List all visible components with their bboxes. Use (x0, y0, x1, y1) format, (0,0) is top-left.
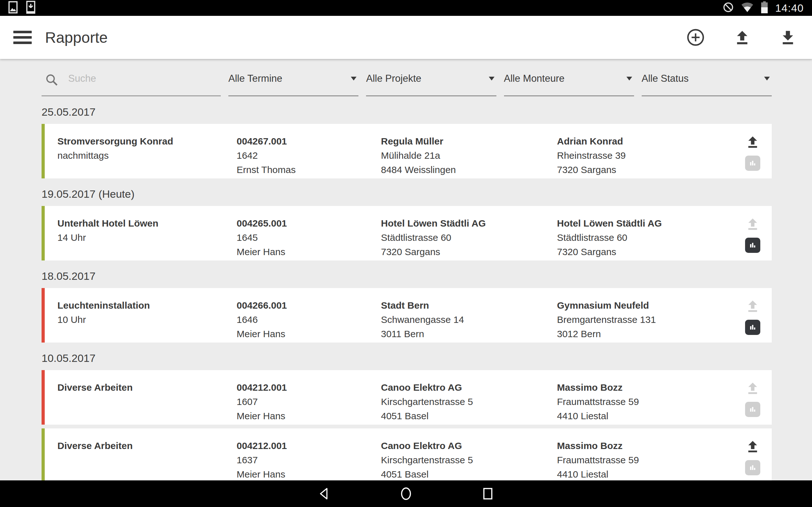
contact-name: Canoo Elektro AG (381, 439, 557, 453)
recents-button[interactable] (480, 487, 495, 501)
search-box[interactable] (42, 72, 221, 96)
upload-icon (746, 135, 760, 149)
clock: 14:40 (775, 2, 804, 14)
contact-city: 8484 Weisslingen (381, 163, 557, 177)
report-number: 1646 (237, 313, 381, 327)
upload-icon (746, 299, 760, 314)
back-button[interactable] (317, 487, 332, 501)
contact-name: Stadt Bern (381, 298, 557, 313)
object-street: Rheinstrasse 39 (557, 148, 736, 163)
chevron-down-icon (764, 77, 770, 80)
chevron-down-icon (489, 77, 495, 80)
date-section: 10.05.2017 Diverse Arbeiten 004212.001 1… (0, 352, 812, 483)
object-city: 4410 Liestal (557, 409, 736, 423)
technician-name: Meier Hans (237, 467, 381, 481)
object-name: Hotel Löwen Städtli AG (557, 216, 736, 230)
filter-termine-dropdown[interactable]: Alle Termine (229, 72, 358, 96)
filter-bar: Alle Termine Alle Projekte Alle Monteure… (0, 59, 812, 96)
bar-chart-icon (748, 463, 757, 472)
filter-projekte-dropdown[interactable]: Alle Projekte (366, 72, 496, 96)
object-city: 7320 Sargans (557, 245, 736, 259)
report-row[interactable]: Unterhalt Hotel Löwen 14 Uhr 004265.001 … (42, 206, 772, 261)
report-row[interactable]: Diverse Arbeiten 004212.001 1607 Meier H… (42, 370, 772, 425)
date-section: 25.05.2017 Stromversorgung Konrad nachmi… (0, 106, 812, 178)
object-street: Fraumattstrasse 59 (557, 453, 736, 467)
technician-name: Meier Hans (237, 327, 381, 341)
row-upload-button[interactable] (746, 439, 760, 455)
report-row[interactable]: Diverse Arbeiten 004212.001 1637 Meier H… (42, 429, 772, 483)
report-time: nachmittags (57, 148, 237, 163)
home-circle-icon (399, 487, 413, 501)
report-time: 14 Uhr (57, 230, 237, 245)
technician-name: Meier Hans (237, 245, 381, 259)
report-time: 10 Uhr (57, 313, 237, 327)
contact-street: Mülihalde 21a (381, 148, 557, 163)
search-input[interactable] (68, 72, 221, 84)
upload-button[interactable] (734, 29, 751, 46)
section-date: 18.05.2017 (42, 270, 772, 282)
wifi-icon (741, 2, 754, 14)
object-city: 4410 Liestal (557, 467, 736, 481)
plus-circle-icon (687, 28, 705, 47)
date-section: 19.05.2017 (Heute) Unterhalt Hotel Löwen… (0, 188, 812, 261)
project-number: 004266.001 (237, 298, 381, 313)
report-list-area: Alle Termine Alle Projekte Alle Monteure… (0, 59, 812, 507)
report-number: 1642 (237, 148, 381, 163)
hamburger-menu-icon[interactable] (13, 28, 32, 47)
row-status-chart-button[interactable] (745, 460, 760, 475)
technician-name: Ernst Thomas (237, 163, 381, 177)
report-row[interactable]: Stromversorgung Konrad nachmittags 00426… (42, 124, 772, 178)
row-upload-button[interactable] (746, 299, 760, 315)
status-bar: 14:40 (0, 0, 812, 16)
screenshot-icon (8, 1, 18, 15)
row-upload-button[interactable] (746, 135, 760, 151)
report-title: Stromversorgung Konrad (57, 134, 237, 148)
project-number: 004212.001 (237, 380, 381, 395)
report-title: Leuchteninstallation (57, 298, 237, 313)
project-number: 004265.001 (237, 216, 381, 230)
section-date: 10.05.2017 (42, 352, 772, 364)
filter-monteure-dropdown[interactable]: Alle Monteure (504, 72, 634, 96)
row-status-chart-button[interactable] (745, 320, 760, 335)
contact-name: Regula Müller (381, 134, 557, 148)
project-number: 004267.001 (237, 134, 381, 148)
row-status-chart-button[interactable] (745, 238, 760, 253)
contact-city: 4051 Basel (381, 467, 557, 481)
contact-street: Kirschgartenstrasse 5 (381, 453, 557, 467)
home-button[interactable] (399, 487, 413, 501)
report-number: 1645 (237, 230, 381, 245)
back-triangle-icon (317, 487, 332, 501)
object-city: 3012 Bern (557, 327, 736, 341)
contact-city: 4051 Basel (381, 409, 557, 423)
upload-icon (746, 381, 760, 395)
download-button[interactable] (780, 29, 796, 46)
project-number: 004212.001 (237, 439, 381, 453)
row-upload-button[interactable] (746, 381, 760, 397)
report-title: Diverse Arbeiten (57, 380, 237, 395)
bar-chart-icon (748, 159, 757, 168)
chevron-down-icon (626, 77, 632, 80)
section-date: 19.05.2017 (Heute) (42, 188, 772, 200)
row-status-chart-button[interactable] (745, 402, 760, 417)
contact-city: 7320 Sargans (381, 245, 557, 259)
row-status-chart-button[interactable] (745, 156, 760, 171)
report-row[interactable]: Leuchteninstallation 10 Uhr 004266.001 1… (42, 288, 772, 343)
section-date: 25.05.2017 (42, 106, 772, 118)
page-title: Rapporte (45, 29, 107, 46)
contact-name: Canoo Elektro AG (381, 380, 557, 395)
object-name: Adrian Konrad (557, 134, 736, 148)
contact-street: Städtlistrasse 60 (381, 230, 557, 245)
filter-status-dropdown[interactable]: Alle Status (642, 72, 772, 96)
add-report-button[interactable] (687, 28, 705, 47)
row-upload-button[interactable] (746, 217, 760, 233)
object-street: Bremgartenstrasse 131 (557, 313, 736, 327)
download-icon (780, 29, 796, 46)
upload-icon (746, 439, 760, 454)
upload-icon (746, 217, 760, 231)
upload-icon (734, 29, 751, 46)
usb-download-icon (26, 1, 36, 15)
report-time (57, 453, 237, 467)
report-number: 1607 (237, 395, 381, 409)
contact-street: Kirschgartenstrasse 5 (381, 395, 557, 409)
chevron-down-icon (351, 77, 357, 80)
